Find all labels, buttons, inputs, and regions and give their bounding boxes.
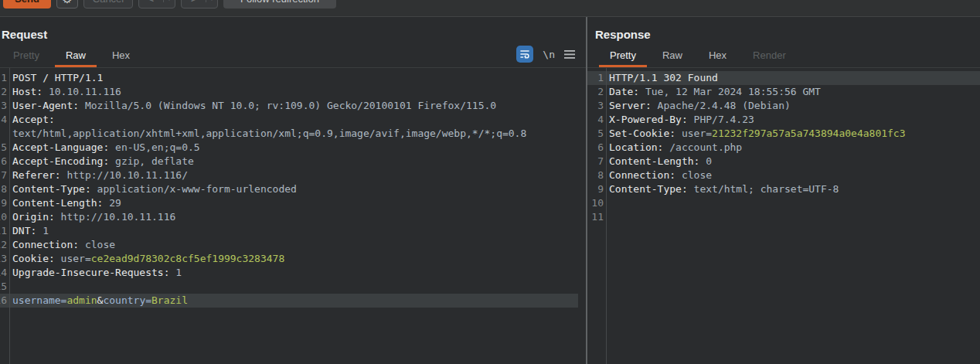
line-number: 9 (0, 196, 9, 210)
word-wrap-icon (519, 49, 530, 60)
response-pane: Response Pretty Raw Hex Render 1HTTP/1.1… (587, 17, 980, 364)
line-content: Set-Cookie: user=21232f297a57a5a743894a0… (606, 127, 906, 141)
response-line-7[interactable]: 7Content-Length: 0 (587, 155, 980, 168)
line-number: 7 (587, 155, 606, 168)
response-line-11[interactable]: 11 (587, 210, 980, 224)
request-line-5[interactable]: 5Accept-Language: en-US,en;q=0.5 (0, 141, 586, 155)
response-tab-pretty[interactable]: Pretty (599, 49, 647, 67)
response-line-5[interactable]: 5Set-Cookie: user=21232f297a57a5a743894a… (587, 127, 980, 141)
chevron-down-icon[interactable]: ▼ (163, 0, 175, 2)
gear-icon: ⚙ (62, 0, 72, 6)
follow-redirection-button[interactable]: Follow redirection (223, 0, 336, 9)
word-wrap-toggle-button[interactable] (516, 46, 533, 63)
line-number: 14 (0, 266, 9, 280)
response-line-2[interactable]: 2Date: Tue, 12 Mar 2024 18:55:56 GMT (587, 85, 980, 99)
response-line-9[interactable]: 9Content-Type: text/html; charset=UTF-8 (587, 182, 980, 196)
request-line-12[interactable]: 12Connection: close (0, 238, 586, 252)
response-line-4[interactable]: 4X-Powered-By: PHP/7.4.23 (587, 113, 980, 127)
line-number: 11 (0, 224, 9, 238)
request-line-4[interactable]: 4Accept: (0, 113, 586, 127)
line-number: 13 (0, 252, 9, 266)
request-tab-pretty: Pretty (2, 49, 50, 67)
request-line-wrap-4[interactable]: text/html,application/xhtml+xml,applicat… (0, 127, 586, 141)
request-pane: Request Pretty Raw Hex \n (0, 17, 587, 364)
line-content: X-Powered-By: PHP/7.4.23 (606, 113, 754, 127)
request-line-11[interactable]: 11DNT: 1 (0, 224, 586, 238)
request-line-2[interactable]: 2Host: 10.10.11.116 (0, 85, 586, 99)
request-line-13[interactable]: 13Cookie: user=ce2ead9d78302c8cf5ef1999c… (0, 252, 586, 266)
line-number: 12 (0, 238, 9, 252)
chevron-down-icon[interactable]: ▼ (206, 0, 217, 2)
line-number (0, 127, 9, 141)
line-number: 2 (0, 85, 9, 99)
line-number: 3 (587, 99, 606, 113)
line-content (9, 280, 12, 294)
line-content: Content-Length: 29 (9, 196, 121, 210)
line-content: username=admin&country=Brazil (9, 294, 188, 308)
request-line-6[interactable]: 6Accept-Encoding: gzip, deflate (0, 155, 586, 168)
request-tab-hex[interactable]: Hex (101, 49, 141, 67)
request-tab-raw[interactable]: Raw (55, 49, 97, 67)
line-number: 8 (587, 168, 606, 182)
line-number: 10 (587, 196, 606, 210)
request-line-8[interactable]: 8Content-Type: application/x-www-form-ur… (0, 182, 586, 196)
response-line-3[interactable]: 3Server: Apache/2.4.48 (Debian) (587, 99, 980, 113)
line-number: 15 (0, 280, 9, 294)
line-content: Content-Type: application/x-www-form-url… (9, 182, 297, 196)
hamburger-menu-icon (564, 50, 575, 59)
line-content: Accept-Language: en-US,en;q=0.5 (9, 141, 200, 155)
request-tabbar: Pretty Raw Hex \n (0, 46, 586, 68)
line-content: Host: 10.10.11.116 (9, 85, 121, 99)
request-editor[interactable]: 1POST / HTTP/1.12Host: 10.10.11.1163User… (0, 68, 586, 364)
request-pane-title: Request (2, 28, 586, 42)
send-button[interactable]: Send (3, 0, 51, 9)
line-content: Connection: close (9, 238, 115, 252)
line-content: Origin: http://10.10.11.116 (9, 210, 175, 224)
response-tab-hex[interactable]: Hex (698, 49, 737, 67)
request-line-9[interactable]: 9Content-Length: 29 (0, 196, 586, 210)
line-number: 3 (0, 99, 9, 113)
response-tabbar: Pretty Raw Hex Render (587, 46, 980, 68)
line-content (606, 210, 609, 224)
line-number: 5 (0, 141, 9, 155)
line-content: text/html,application/xhtml+xml,applicat… (9, 127, 526, 141)
request-line-16[interactable]: 16username=admin&country=Brazil (0, 294, 578, 308)
line-number: 16 (0, 294, 9, 308)
editor-menu-button[interactable] (564, 50, 575, 59)
response-line-8[interactable]: 8Connection: close (587, 168, 980, 182)
show-newlines-button[interactable]: \n (543, 49, 555, 60)
line-number: 10 (0, 210, 9, 224)
line-number: 1 (587, 71, 606, 85)
request-line-14[interactable]: 14Upgrade-Insecure-Requests: 1 (0, 266, 586, 280)
line-number: 7 (0, 168, 9, 182)
response-editor[interactable]: 1HTTP/1.1 302 Found2Date: Tue, 12 Mar 20… (587, 68, 980, 364)
history-forward-button[interactable]: > ▼ (181, 0, 218, 9)
response-line-1[interactable]: 1HTTP/1.1 302 Found (587, 71, 980, 85)
line-number: 9 (587, 182, 606, 196)
line-number: 8 (0, 182, 9, 196)
line-content: Date: Tue, 12 Mar 2024 18:55:56 GMT (606, 85, 821, 99)
request-line-10[interactable]: 10Origin: http://10.10.11.116 (0, 210, 586, 224)
request-line-7[interactable]: 7Referer: http://10.10.11.116/ (0, 168, 586, 182)
response-tab-raw[interactable]: Raw (652, 49, 693, 67)
send-settings-button[interactable]: ⚙ (56, 0, 78, 9)
response-line-6[interactable]: 6Location: /account.php (587, 141, 980, 155)
line-content: Cookie: user=ce2ead9d78302c8cf5ef1999c32… (9, 252, 284, 266)
request-line-3[interactable]: 3User-Agent: Mozilla/5.0 (Windows NT 10.… (0, 99, 586, 113)
line-content: POST / HTTP/1.1 (9, 71, 103, 85)
request-line-15[interactable]: 15 (0, 280, 586, 294)
response-line-10[interactable]: 10 (587, 196, 980, 210)
line-number: 4 (0, 113, 9, 127)
request-line-1[interactable]: 1POST / HTTP/1.1 (0, 71, 586, 85)
cancel-button[interactable]: Cancel (83, 0, 133, 9)
history-back-button[interactable]: < ▼ (138, 0, 175, 9)
line-content: Upgrade-Insecure-Requests: 1 (9, 266, 182, 280)
response-tab-render: Render (742, 49, 797, 67)
back-arrow-icon: < (139, 0, 163, 5)
line-content: Content-Type: text/html; charset=UTF-8 (606, 182, 839, 196)
line-content: Location: /account.php (606, 141, 742, 155)
line-content: Server: Apache/2.4.48 (Debian) (606, 99, 791, 113)
response-pane-title: Response (595, 28, 980, 42)
line-number: 6 (0, 155, 9, 168)
line-content: Referer: http://10.10.11.116/ (9, 168, 188, 182)
